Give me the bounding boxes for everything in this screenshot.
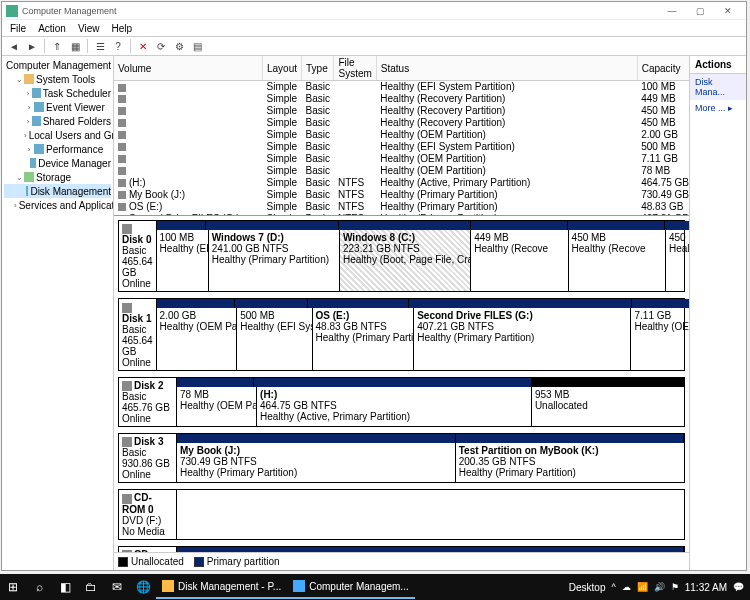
volume-row[interactable]: SimpleBasicHealthy (OEM Partition)7.11 G… (114, 153, 689, 165)
partition[interactable]: Windows 8 (C:)223.21 GB NTFSHealthy (Boo… (340, 230, 471, 291)
minimize-button[interactable]: — (658, 3, 686, 19)
app-window: Computer Management — ▢ ✕ File Action Vi… (1, 1, 747, 571)
partition[interactable]: 500 MBHealthy (EFI Syste (237, 308, 312, 369)
volume-row[interactable]: SimpleBasicHealthy (Recovery Partition)4… (114, 105, 689, 117)
back-button[interactable]: ◄ (6, 38, 22, 54)
tray-cloud-icon[interactable]: ☁ (622, 582, 631, 592)
volume-row[interactable]: SimpleBasicHealthy (OEM Partition)78 MB7… (114, 165, 689, 177)
delete-button[interactable]: ✕ (135, 38, 151, 54)
actions-pane: Actions Disk Mana... More ... ▸ (690, 56, 746, 570)
tree-services[interactable]: ›Services and Applications (4, 198, 111, 212)
partition[interactable]: 7.11 GBHealthy (OEM Partition) (631, 308, 689, 369)
disk-graphical-view[interactable]: Disk 0Basic465.64 GBOnline100 MBHealthy … (114, 216, 689, 552)
partition[interactable]: My Book (J:)730.49 GB NTFSHealthy (Prima… (177, 443, 456, 482)
taskbar-item[interactable]: Disk Management - P... (156, 575, 287, 599)
tree-shared-folders[interactable]: ›Shared Folders (4, 114, 111, 128)
partition[interactable]: 100 MBHealthy (EFI (157, 230, 209, 291)
forward-button[interactable]: ► (24, 38, 40, 54)
col-capacity[interactable]: Capacity (637, 56, 689, 81)
tray-network-icon[interactable]: 📶 (637, 582, 648, 592)
tree-local-users[interactable]: ›Local Users and Groups (4, 128, 111, 142)
disk-row[interactable]: Disk 3Basic930.86 GBOnlineMy Book (J:)73… (118, 433, 685, 483)
partition[interactable]: Windows 7 (D:)241.00 GB NTFSHealthy (Pri… (209, 230, 340, 291)
partition[interactable]: Test Partition on MyBook (K:)200.35 GB N… (456, 443, 684, 482)
task-view-button[interactable]: ◧ (52, 574, 78, 600)
actions-more[interactable]: More ... ▸ (690, 100, 746, 116)
partition[interactable]: Second Drive FILES (G:)407.21 GB NTFSHea… (414, 308, 631, 369)
list-button[interactable]: ▤ (189, 38, 205, 54)
maximize-button[interactable]: ▢ (686, 3, 714, 19)
help-button[interactable]: ? (110, 38, 126, 54)
tree-storage[interactable]: ⌄Storage (4, 170, 111, 184)
volume-list[interactable]: Volume Layout Type File System Status Ca… (114, 56, 689, 216)
tree-performance[interactable]: ›Performance (4, 142, 111, 156)
partition[interactable]: 450 MBHealthy (Recove (569, 230, 666, 291)
up-button[interactable]: ⇑ (49, 38, 65, 54)
partition[interactable]: 2.00 GBHealthy (OEM Partition (157, 308, 238, 369)
nav-tree[interactable]: Computer Management (Local ⌄System Tools… (2, 56, 114, 570)
search-button[interactable]: ⌕ (26, 574, 52, 600)
volume-row[interactable]: SimpleBasicHealthy (OEM Partition)2.00 G… (114, 129, 689, 141)
volume-row[interactable]: SimpleBasicHealthy (Recovery Partition)4… (114, 117, 689, 129)
settings-button[interactable]: ⚙ (171, 38, 187, 54)
tree-task-scheduler[interactable]: ›Task Scheduler (4, 86, 111, 100)
tree-root[interactable]: Computer Management (Local (4, 58, 111, 72)
taskbar[interactable]: ⊞ ⌕ ◧ 🗀 ✉ 🌐 Disk Management - P...Comput… (0, 574, 750, 600)
volume-row[interactable]: SimpleBasicHealthy (Recovery Partition)4… (114, 93, 689, 105)
titlebar: Computer Management — ▢ ✕ (2, 2, 746, 20)
disk-row[interactable]: CD-ROM 0DVD (F:)No Media (118, 489, 685, 539)
properties-button[interactable]: ☰ (92, 38, 108, 54)
app-icon (6, 5, 18, 17)
actions-header: Actions (690, 56, 746, 74)
col-type[interactable]: Type (302, 56, 334, 81)
toolbar-sep (130, 39, 131, 53)
legend-primary-swatch (194, 557, 204, 567)
col-status[interactable]: Status (376, 56, 637, 81)
refresh-button[interactable]: ⟳ (153, 38, 169, 54)
actions-disk-management[interactable]: Disk Mana... (690, 74, 746, 100)
menubar: File Action View Help (2, 20, 746, 36)
col-volume[interactable]: Volume (114, 56, 263, 81)
disk-row[interactable]: Disk 1Basic465.64 GBOnline2.00 GBHealthy… (118, 298, 685, 370)
disk-row[interactable]: Disk 2Basic465.76 GBOnline78 MBHealthy (… (118, 377, 685, 427)
tray-flag-icon[interactable]: ⚑ (671, 582, 679, 592)
volume-row[interactable]: My Book (J:)SimpleBasicNTFSHealthy (Prim… (114, 189, 689, 201)
toolbar: ◄ ► ⇑ ▦ ☰ ? ✕ ⟳ ⚙ ▤ (2, 36, 746, 56)
show-hide-button[interactable]: ▦ (67, 38, 83, 54)
col-layout[interactable]: Layout (263, 56, 302, 81)
notification-icon[interactable]: 💬 (733, 582, 744, 592)
partition[interactable]: 449 MBHealthy (Recove (471, 230, 568, 291)
systray[interactable]: Desktop ^ ☁ 📶 🔊 ⚑ 11:32 AM 💬 (569, 582, 750, 593)
mail-icon[interactable]: ✉ (104, 574, 130, 600)
tree-system-tools[interactable]: ⌄System Tools (4, 72, 111, 86)
partition[interactable]: (H:)464.75 GB NTFSHealthy (Active, Prima… (257, 387, 532, 426)
explorer-icon[interactable]: 🗀 (78, 574, 104, 600)
taskbar-item[interactable]: Computer Managem... (287, 575, 415, 599)
volume-row[interactable]: SimpleBasicHealthy (EFI System Partition… (114, 81, 689, 93)
partition[interactable]: 953 MBUnallocated (532, 387, 684, 426)
clock[interactable]: 11:32 AM (685, 582, 727, 593)
toolbar-sep (87, 39, 88, 53)
volume-row[interactable]: OS (E:)SimpleBasicNTFSHealthy (Primary P… (114, 201, 689, 213)
menu-action[interactable]: Action (34, 23, 70, 34)
browser-icon[interactable]: 🌐 (130, 574, 156, 600)
toolbar-sep (44, 39, 45, 53)
tree-device-manager[interactable]: Device Manager (4, 156, 111, 170)
menu-view[interactable]: View (74, 23, 104, 34)
volume-row[interactable]: SimpleBasicHealthy (EFI System Partition… (114, 141, 689, 153)
partition[interactable]: 78 MBHealthy (OEM Partition) (177, 387, 257, 426)
tree-event-viewer[interactable]: ›Event Viewer (4, 100, 111, 114)
menu-file[interactable]: File (6, 23, 30, 34)
start-button[interactable]: ⊞ (0, 574, 26, 600)
disk-row[interactable]: Disk 0Basic465.64 GBOnline100 MBHealthy … (118, 220, 685, 292)
tray-up-icon[interactable]: ^ (612, 582, 616, 592)
partition[interactable]: OS (E:)48.83 GB NTFSHealthy (Primary Par… (313, 308, 415, 369)
tray-volume-icon[interactable]: 🔊 (654, 582, 665, 592)
close-button[interactable]: ✕ (714, 3, 742, 19)
legend-unalloc-swatch (118, 557, 128, 567)
volume-row[interactable]: (H:)SimpleBasicNTFSHealthy (Active, Prim… (114, 177, 689, 189)
menu-help[interactable]: Help (107, 23, 136, 34)
col-fs[interactable]: File System (334, 56, 376, 81)
tree-disk-management[interactable]: Disk Management (4, 184, 111, 198)
partition[interactable]: 450 MBHealthy (Recove (666, 230, 689, 291)
